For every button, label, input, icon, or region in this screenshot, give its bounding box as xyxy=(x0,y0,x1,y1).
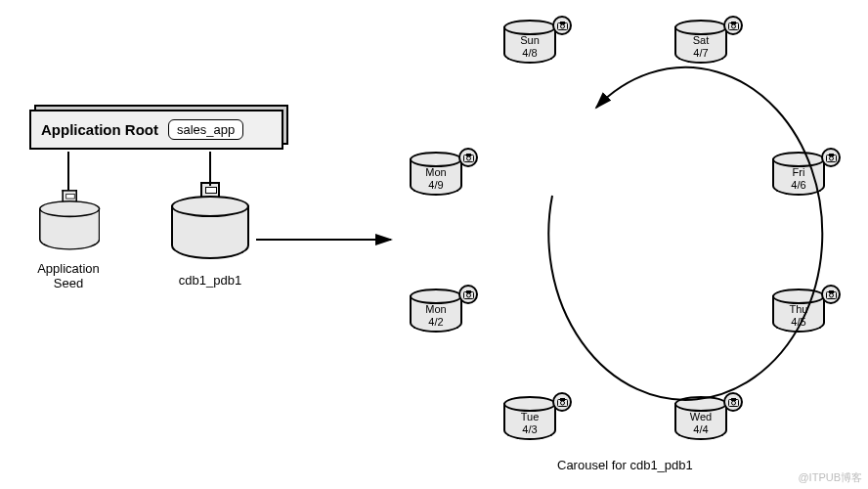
carousel-caption: Carousel for cdb1_pdb1 xyxy=(557,458,693,472)
carousel-node-sun: Sun4/8 xyxy=(503,20,556,67)
app-name-badge: sales_app xyxy=(168,119,243,140)
carousel-node-tue: Tue4/3 xyxy=(503,396,556,443)
svg-point-23 xyxy=(731,401,735,405)
svg-point-5 xyxy=(731,24,735,28)
camera-icon xyxy=(723,16,743,35)
carousel-node-wed: Wed4/4 xyxy=(674,396,727,443)
carousel-node-sat: Sat4/7 xyxy=(674,20,727,67)
svg-point-11 xyxy=(829,156,833,160)
camera-icon xyxy=(821,148,841,167)
arrows-layer xyxy=(0,0,868,489)
carousel-node-fri: Fri4/6 xyxy=(772,152,825,199)
svg-point-8 xyxy=(466,156,470,160)
svg-point-14 xyxy=(466,293,470,297)
cdb1-pdb1-db-icon xyxy=(171,196,249,264)
camera-icon xyxy=(458,148,478,167)
svg-point-17 xyxy=(829,293,833,297)
camera-icon xyxy=(723,392,743,412)
camera-icon xyxy=(821,285,841,304)
camera-icon xyxy=(458,285,478,304)
diagram-stage: Application Root sales_app Application S… xyxy=(0,0,868,489)
application-seed-db-icon xyxy=(39,200,100,254)
svg-point-20 xyxy=(560,401,564,405)
svg-point-2 xyxy=(560,24,564,28)
camera-icon xyxy=(552,16,572,35)
camera-icon xyxy=(552,392,572,412)
cdb1-pdb1-label: cdb1_pdb1 xyxy=(152,274,269,289)
carousel-arc-arrow xyxy=(548,67,822,400)
watermark-label: @ITPUB博客 xyxy=(798,470,862,485)
carousel-node-thu: Thu4/5 xyxy=(772,289,825,335)
application-seed-label: Application Seed xyxy=(10,262,127,291)
application-root-box: Application Root sales_app xyxy=(29,110,283,150)
application-root-label: Application Root xyxy=(41,121,158,138)
carousel-node-mon2: Mon4/2 xyxy=(410,289,462,335)
carousel-node-mon9: Mon4/9 xyxy=(410,152,462,199)
